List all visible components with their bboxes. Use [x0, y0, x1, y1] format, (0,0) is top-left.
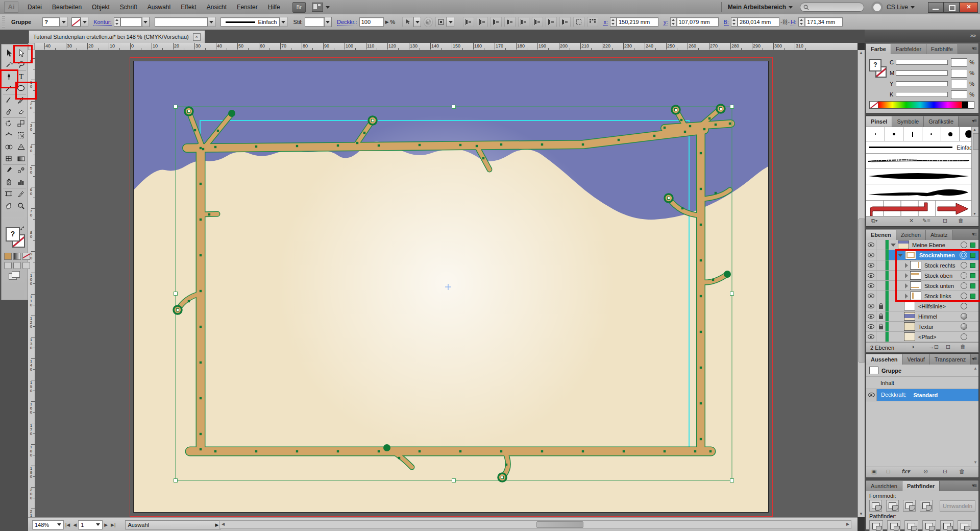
lock-cell[interactable] [876, 271, 886, 280]
select-similar-icon[interactable] [402, 17, 413, 27]
lock-cell[interactable] [876, 332, 886, 342]
scale-tool[interactable] [15, 118, 27, 130]
menu-fenster[interactable]: Fenster [232, 0, 263, 14]
collapse-icon[interactable] [891, 244, 896, 247]
none-swatch[interactable] [869, 101, 878, 109]
calligraphic-brush-row[interactable] [866, 127, 978, 141]
x-stepper[interactable] [610, 17, 617, 27]
visibility-cell[interactable] [866, 332, 876, 342]
slice-tool[interactable] [15, 188, 27, 200]
clipping-mask-icon[interactable]: ◑ [911, 344, 915, 350]
k-value-field[interactable] [951, 90, 967, 99]
fill-preset-arrow[interactable] [60, 17, 67, 27]
aussehen-tab-verlauf[interactable]: Verlauf [903, 354, 930, 365]
y-value-field[interactable] [951, 80, 967, 88]
target-icon[interactable] [961, 313, 967, 320]
layer-row-textur[interactable]: Textur [866, 322, 978, 332]
visibility-cell[interactable] [866, 311, 876, 321]
brush-definition-dropdown[interactable]: Einfach [220, 17, 280, 27]
h-stepper[interactable] [798, 17, 805, 27]
pathfinder-outline-button[interactable] [940, 520, 954, 531]
charcoal-brush-row[interactable] [866, 154, 978, 168]
free-transform-tool[interactable] [15, 130, 27, 141]
next-page-button[interactable]: ▶ [103, 522, 109, 527]
ebenen-tab-absatz[interactable]: Absatz [926, 230, 953, 240]
minimize-button[interactable] [928, 2, 944, 13]
add-effect-icon[interactable]: fx▾ [902, 468, 910, 475]
new-layer-icon[interactable]: ⊡ [946, 344, 950, 350]
ebenen-tab-ebenen[interactable]: Ebenen [866, 230, 896, 240]
scroll-up-icon[interactable]: ▲ [972, 366, 978, 372]
blend-tool[interactable] [15, 165, 27, 177]
symbol-sprayer-tool[interactable] [3, 177, 15, 188]
perspective-grid-tool[interactable] [15, 141, 27, 153]
kontur-link[interactable]: Kontur: [93, 19, 111, 26]
paintbrush-tool[interactable] [3, 94, 15, 106]
delete-layer-icon[interactable]: 🗑 [960, 344, 966, 350]
panel-fill-stroke-proxy[interactable]: ? [869, 59, 887, 79]
panel-menu-icon[interactable]: ▾≡ [972, 231, 976, 237]
search-input[interactable] [800, 3, 864, 12]
arrange-documents-button[interactable] [306, 3, 330, 12]
pathfinder-minus-back-button[interactable] [958, 520, 971, 531]
fill-proxy-unknown[interactable]: ? [6, 227, 20, 242]
restore-button[interactable] [944, 2, 960, 13]
y-stepper[interactable] [670, 17, 677, 27]
horizontal-scrollbar[interactable]: ◀ ▶ [219, 520, 851, 529]
bridge-button[interactable]: Br [292, 2, 306, 13]
align-left-icon[interactable] [463, 17, 474, 27]
visibility-cell[interactable] [866, 271, 876, 280]
brush-definition-arrow[interactable] [280, 17, 287, 27]
panel-grip[interactable] [2, 16, 5, 28]
shape-mode-intersect-button[interactable] [903, 500, 916, 512]
duplicate-item-icon[interactable]: ⊡ [943, 468, 947, 475]
farbe-tab-farbfelder[interactable]: Farbfelder [891, 44, 926, 54]
pathfinder-tab-ausrichten[interactable]: Ausrichten [866, 481, 902, 491]
link-dimensions-icon[interactable]: -⛓- [780, 19, 790, 25]
h-link[interactable]: H: [791, 19, 796, 26]
appearance-eye-cell[interactable] [866, 389, 877, 401]
pathfinder-merge-button[interactable] [904, 520, 918, 531]
menu-auswahl[interactable]: Auswahl [142, 0, 176, 14]
vertical-ruler[interactable]: 01 02 03 04 05 06 07 08 09 01 0 01 1 01 … [28, 50, 35, 517]
k-slider[interactable] [896, 92, 948, 97]
stroke-weight-arrow[interactable] [142, 17, 150, 27]
umwandeln-button[interactable]: Umwandeln [940, 500, 975, 512]
color-spectrum[interactable] [869, 101, 974, 109]
menu-bearbeiten[interactable]: Bearbeiten [47, 0, 87, 14]
eyedropper-tool[interactable] [3, 165, 15, 177]
visibility-cell[interactable] [866, 281, 876, 291]
new-sublayer-icon[interactable]: →⊡ [928, 344, 939, 350]
black-swatch[interactable] [962, 101, 968, 109]
farbe-tab-farbe[interactable]: Farbe [866, 44, 891, 54]
tab-close-icon[interactable]: × [193, 33, 201, 41]
m-slider[interactable] [896, 70, 948, 76]
brush-swatch[interactable] [885, 127, 904, 141]
isolate-icon[interactable] [435, 17, 447, 27]
collapse-dock-icon[interactable]: »» [970, 33, 976, 38]
pinsel-tab-grafikstile[interactable]: Grafikstile [924, 116, 959, 127]
gradient-tool[interactable] [15, 153, 27, 165]
y-slider[interactable] [896, 81, 948, 86]
visibility-cell[interactable] [866, 250, 876, 260]
brush-swatch[interactable] [922, 127, 941, 141]
aussehen-tab-transparenz[interactable]: Transparenz [930, 354, 971, 365]
pathfinder-divide-button[interactable] [869, 520, 883, 531]
last-page-button[interactable]: ▶| [109, 522, 117, 527]
isolate-arrow[interactable] [447, 17, 454, 27]
artboard-tool[interactable] [3, 188, 15, 200]
c-slider[interactable] [896, 60, 948, 65]
x-field[interactable]: 150,219 mm [617, 17, 658, 27]
hand-tool[interactable] [3, 200, 15, 212]
fill-stroke-proxy[interactable]: ? [5, 227, 25, 251]
deckkraft-link[interactable]: Deckkraft: [881, 392, 906, 398]
lock-cell[interactable] [876, 322, 886, 331]
reference-point-icon[interactable] [587, 17, 598, 27]
appearance-row-opacity[interactable]: Deckkraft: Standard [866, 389, 978, 401]
delete-item-icon[interactable]: 🗑 [959, 468, 965, 474]
artistic-ink-brush-row[interactable] [866, 184, 978, 201]
scroll-left-icon[interactable]: ◀ [220, 521, 226, 527]
gradient-button[interactable] [13, 253, 21, 260]
style-dropdown[interactable] [305, 17, 324, 27]
style-arrow[interactable] [324, 17, 332, 27]
